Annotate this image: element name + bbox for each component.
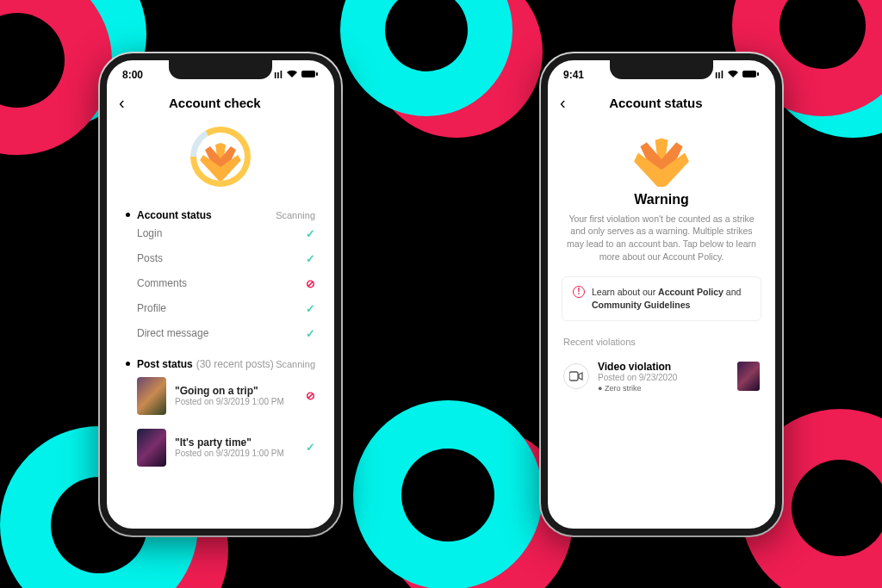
violation-meta: Posted on 9/23/2020 — [598, 373, 729, 382]
community-guidelines-link[interactable]: Community Guidelines — [592, 300, 690, 310]
bullet-icon — [126, 362, 130, 366]
page-title: Account status — [566, 96, 746, 110]
phone-account-check: 8:00 ııl ‹ Account check — [100, 53, 341, 535]
svg-rect-24 — [301, 71, 315, 77]
violation-badge: ● Zero strike — [598, 384, 729, 393]
check-label: Profile — [137, 302, 166, 314]
svg-rect-28 — [757, 72, 759, 76]
check-row-login[interactable]: Login✓ — [126, 221, 315, 246]
check-row-profile[interactable]: Profile✓ — [126, 296, 315, 321]
check-row-posts[interactable]: Posts✓ — [126, 246, 315, 271]
svg-rect-27 — [742, 71, 756, 77]
phone-notch — [610, 60, 713, 79]
post-row[interactable]: "It's party time" Posted on 9/3/2019 1:0… — [126, 422, 315, 473]
phone-notch — [169, 60, 272, 79]
svg-rect-30 — [569, 372, 578, 381]
violation-thumbnail — [737, 362, 760, 391]
status-time: 9:41 — [563, 69, 584, 81]
info-alert-icon: ! — [573, 286, 585, 298]
check-ok-icon: ✓ — [306, 302, 315, 315]
wifi-icon — [286, 69, 298, 81]
check-label: Posts — [137, 252, 163, 264]
section-subtitle: (30 recent posts) — [196, 358, 274, 370]
policy-info-text: Learn about our Account Policy and Commu… — [592, 286, 750, 311]
shell-icon — [198, 136, 243, 181]
account-status-section: Account status Scanning Login✓ Posts✓ Co… — [107, 192, 334, 479]
check-label: Login — [137, 227, 162, 239]
policy-info-box[interactable]: ! Learn about our Account Policy and Com… — [562, 276, 761, 320]
post-meta: Posted on 9/3/2019 1:00 PM — [175, 397, 297, 406]
progress-badge — [190, 127, 251, 187]
page-header: ‹ Account status — [548, 84, 775, 118]
shell-icon — [634, 132, 689, 187]
wifi-icon — [727, 69, 739, 81]
post-title: "Going on a trip" — [175, 385, 297, 397]
back-button[interactable]: ‹ — [560, 93, 566, 113]
post-row[interactable]: "Going on a trip" Posted on 9/3/2019 1:0… — [126, 370, 315, 422]
battery-icon — [742, 69, 760, 81]
page-header: ‹ Account check — [107, 84, 334, 118]
check-ok-icon: ✓ — [306, 441, 315, 454]
recent-violations-label: Recent violations — [548, 331, 775, 352]
check-row-comments[interactable]: Comments⊘ — [126, 271, 315, 296]
status-icons: ııl — [715, 69, 760, 81]
violation-title: Video violation — [598, 361, 729, 373]
post-title: "It's party time" — [175, 436, 297, 449]
back-button[interactable]: ‹ — [119, 93, 125, 113]
video-icon — [563, 363, 589, 389]
warning-badge — [631, 127, 692, 187]
battery-icon — [301, 69, 319, 81]
section-title: Account status — [137, 209, 212, 221]
status-time: 8:00 — [122, 69, 143, 81]
phone-account-status: 9:41 ııl ‹ Account status — [541, 53, 782, 535]
post-thumbnail — [137, 429, 166, 467]
svg-rect-25 — [316, 72, 318, 76]
check-ok-icon: ✓ — [306, 327, 315, 340]
violation-row[interactable]: Video violation Posted on 9/23/2020 ● Ze… — [548, 352, 775, 401]
warning-body: Your first violation won't be counted as… — [548, 207, 775, 274]
check-ok-icon: ✓ — [306, 227, 315, 240]
post-thumbnail — [137, 377, 166, 415]
check-label: Comments — [137, 277, 187, 289]
section-title: Post status — [137, 358, 193, 370]
warning-title: Warning — [548, 192, 775, 207]
alert-icon: ⊘ — [306, 277, 315, 290]
signal-icon: ııl — [715, 69, 724, 81]
scanning-label: Scanning — [276, 210, 315, 220]
bullet-icon — [126, 213, 130, 217]
check-ok-icon: ✓ — [306, 252, 315, 265]
post-meta: Posted on 9/3/2019 1:00 PM — [175, 449, 297, 458]
check-label: Direct message — [137, 327, 208, 339]
alert-icon: ⊘ — [306, 389, 315, 402]
signal-icon: ııl — [274, 69, 283, 81]
check-row-dm[interactable]: Direct message✓ — [126, 321, 315, 346]
page-title: Account check — [125, 96, 305, 110]
status-icons: ııl — [274, 69, 319, 81]
scanning-label: Scanning — [276, 359, 315, 369]
account-policy-link[interactable]: Account Policy — [658, 287, 724, 297]
